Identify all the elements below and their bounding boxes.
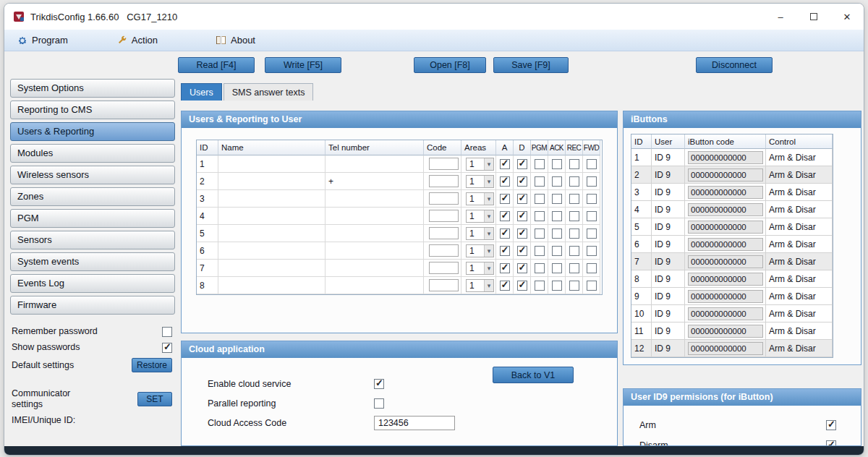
fwd-checkbox[interactable] xyxy=(587,211,597,221)
enable-cloud-checkbox[interactable] xyxy=(374,379,384,389)
close-button[interactable]: ✕ xyxy=(830,4,864,30)
disarm-checkbox[interactable] xyxy=(517,194,527,204)
menu-program[interactable]: Program xyxy=(10,32,75,48)
ibutton-control-cell[interactable]: Arm & Disar xyxy=(766,288,833,305)
ack-checkbox[interactable] xyxy=(552,159,562,169)
pgm-checkbox[interactable] xyxy=(535,228,545,239)
fwd-checkbox[interactable] xyxy=(587,194,597,204)
user-code-field[interactable] xyxy=(429,210,459,222)
disarm-checkbox[interactable] xyxy=(517,176,527,187)
ibutton-user-cell[interactable]: ID 9 xyxy=(652,166,685,184)
disarm-checkbox[interactable] xyxy=(517,246,527,256)
rec-checkbox[interactable] xyxy=(569,246,579,256)
rec-checkbox[interactable] xyxy=(569,176,579,187)
sidebar-item-events-log[interactable]: Events Log xyxy=(10,274,175,293)
ibutton-control-cell[interactable]: Arm & Disar xyxy=(766,323,833,340)
ibutton-user-cell[interactable]: ID 9 xyxy=(652,270,685,288)
ack-checkbox[interactable] xyxy=(552,281,562,291)
ibutton-code-field[interactable]: 000000000000 xyxy=(688,221,763,234)
minimize-button[interactable]: – xyxy=(764,4,797,30)
parallel-reporting-checkbox[interactable] xyxy=(374,398,384,409)
arm-checkbox[interactable] xyxy=(500,228,510,239)
sidebar-item-wireless-sensors[interactable]: Wireless sensors xyxy=(10,166,175,184)
ibutton-code-field[interactable]: 000000000000 xyxy=(688,238,763,251)
ibutton-user-cell[interactable]: ID 9 xyxy=(652,340,685,357)
sidebar-item-reporting-to-cms[interactable]: Reporting to CMS xyxy=(10,101,175,119)
user-code-field[interactable] xyxy=(429,192,459,205)
ibutton-code-field[interactable]: 000000000000 xyxy=(688,203,763,216)
sidebar-item-zones[interactable]: Zones xyxy=(10,187,175,206)
sidebar-item-system-events[interactable]: System events xyxy=(10,252,175,271)
arm-checkbox[interactable] xyxy=(500,211,510,221)
areas-select[interactable]: 1▾ xyxy=(466,158,494,171)
arm-checkbox[interactable] xyxy=(500,159,510,169)
user-name-field[interactable] xyxy=(218,260,326,277)
user-tel-field[interactable] xyxy=(326,155,424,173)
read-button[interactable]: Read [F4] xyxy=(178,57,255,73)
sidebar-item-pgm[interactable]: PGM xyxy=(10,209,175,228)
ibutton-control-cell[interactable]: Arm & Disar xyxy=(766,340,833,357)
ibutton-control-cell[interactable]: Arm & Disar xyxy=(766,218,833,236)
disarm-checkbox[interactable] xyxy=(517,228,527,239)
user-tel-field[interactable] xyxy=(326,190,424,208)
tab-sms-answer-texts[interactable]: SMS answer texts xyxy=(224,83,314,101)
menu-about[interactable]: About xyxy=(208,32,263,48)
remember-password-checkbox[interactable] xyxy=(162,327,172,337)
ibutton-user-cell[interactable]: ID 9 xyxy=(652,305,685,323)
arm-checkbox[interactable] xyxy=(500,194,510,204)
fwd-checkbox[interactable] xyxy=(587,159,597,169)
disconnect-button[interactable]: Disconnect xyxy=(696,57,773,73)
ibutton-control-cell[interactable]: Arm & Disar xyxy=(766,305,833,323)
ibutton-code-field[interactable]: 000000000000 xyxy=(688,290,763,303)
maximize-button[interactable] xyxy=(797,4,830,30)
ibutton-user-cell[interactable]: ID 9 xyxy=(652,253,685,270)
arm-checkbox[interactable] xyxy=(500,176,510,187)
ibutton-control-cell[interactable]: Arm & Disar xyxy=(766,149,833,166)
fwd-checkbox[interactable] xyxy=(587,281,597,291)
user-tel-field[interactable]: + xyxy=(326,173,424,190)
rec-checkbox[interactable] xyxy=(569,211,579,221)
user-code-field[interactable] xyxy=(429,175,459,187)
arm-checkbox[interactable] xyxy=(500,246,510,256)
back-to-v1-button[interactable]: Back to V1 xyxy=(493,367,574,383)
ibutton-code-field[interactable]: 000000000000 xyxy=(688,168,763,181)
ibutton-user-cell[interactable]: ID 9 xyxy=(652,236,685,253)
user-code-field[interactable] xyxy=(429,262,459,274)
ibutton-control-cell[interactable]: Arm & Disar xyxy=(766,166,833,184)
ibutton-code-field[interactable]: 000000000000 xyxy=(688,273,763,286)
user-name-field[interactable] xyxy=(218,190,326,208)
ibutton-code-field[interactable]: 000000000000 xyxy=(688,342,763,355)
user-code-field[interactable] xyxy=(429,227,459,239)
save-button[interactable]: Save [F9] xyxy=(493,57,569,73)
fwd-checkbox[interactable] xyxy=(587,228,597,239)
user-code-field[interactable] xyxy=(429,279,459,291)
areas-select[interactable]: 1▾ xyxy=(466,175,494,188)
pgm-checkbox[interactable] xyxy=(535,176,545,187)
ibutton-user-cell[interactable]: ID 9 xyxy=(652,149,685,166)
sidebar-item-firmware[interactable]: Firmware xyxy=(10,296,175,315)
ibutton-code-field[interactable]: 000000000000 xyxy=(688,186,763,199)
sidebar-item-sensors[interactable]: Sensors xyxy=(10,231,175,249)
show-passwords-checkbox[interactable] xyxy=(162,343,172,353)
areas-select[interactable]: 1▾ xyxy=(466,262,494,275)
arm-checkbox[interactable] xyxy=(500,263,510,273)
user-tel-field[interactable] xyxy=(326,242,424,260)
ack-checkbox[interactable] xyxy=(552,176,562,187)
user-name-field[interactable] xyxy=(218,155,326,173)
disarm-checkbox[interactable] xyxy=(517,159,527,169)
ibutton-user-cell[interactable]: ID 9 xyxy=(652,288,685,305)
fwd-checkbox[interactable] xyxy=(587,246,597,256)
user-tel-field[interactable] xyxy=(326,277,424,294)
pgm-checkbox[interactable] xyxy=(535,246,545,256)
rec-checkbox[interactable] xyxy=(569,263,579,273)
ack-checkbox[interactable] xyxy=(552,246,562,256)
ibutton-control-cell[interactable]: Arm & Disar xyxy=(766,236,833,253)
ibutton-code-field[interactable]: 000000000000 xyxy=(688,151,763,164)
ibutton-code-field[interactable]: 000000000000 xyxy=(688,255,763,268)
disarm-checkbox[interactable] xyxy=(517,281,527,291)
rec-checkbox[interactable] xyxy=(569,194,579,204)
user-name-field[interactable] xyxy=(218,208,326,225)
ibutton-control-cell[interactable]: Arm & Disar xyxy=(766,201,833,218)
sidebar-item-users-reporting[interactable]: Users & Reporting xyxy=(10,122,175,141)
pgm-checkbox[interactable] xyxy=(535,159,545,169)
